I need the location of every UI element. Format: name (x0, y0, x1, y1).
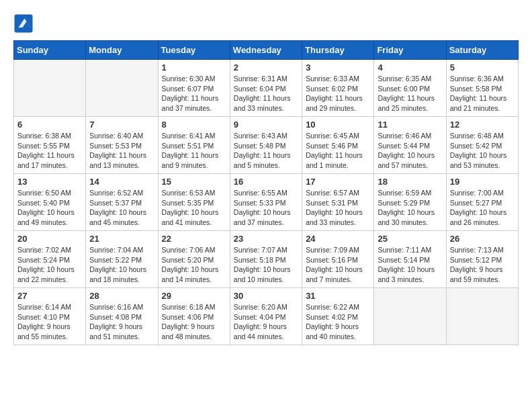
week-row-2: 6Sunrise: 6:38 AM Sunset: 5:55 PM Daylig… (14, 117, 519, 174)
day-cell: 29Sunrise: 6:18 AM Sunset: 4:06 PM Dayli… (158, 288, 230, 345)
day-info: Sunrise: 6:41 AM Sunset: 5:51 PM Dayligh… (162, 131, 226, 171)
day-cell: 2Sunrise: 6:31 AM Sunset: 6:04 PM Daylig… (230, 60, 302, 117)
day-number: 8 (162, 120, 226, 130)
day-info: Sunrise: 6:20 AM Sunset: 4:04 PM Dayligh… (234, 302, 298, 342)
col-header-friday: Friday (374, 41, 446, 60)
day-number: 18 (378, 177, 442, 187)
day-number: 9 (234, 120, 298, 130)
day-info: Sunrise: 6:16 AM Sunset: 4:08 PM Dayligh… (89, 302, 154, 342)
day-info: Sunrise: 7:02 AM Sunset: 5:24 PM Dayligh… (17, 245, 82, 285)
day-number: 27 (17, 291, 82, 301)
day-info: Sunrise: 6:53 AM Sunset: 5:35 PM Dayligh… (162, 188, 226, 228)
day-info: Sunrise: 7:00 AM Sunset: 5:27 PM Dayligh… (450, 188, 515, 228)
day-cell: 31Sunrise: 6:22 AM Sunset: 4:02 PM Dayli… (302, 288, 374, 345)
day-cell: 27Sunrise: 6:14 AM Sunset: 4:10 PM Dayli… (14, 288, 86, 345)
day-cell: 10Sunrise: 6:45 AM Sunset: 5:46 PM Dayli… (302, 117, 374, 174)
day-number: 3 (306, 62, 370, 73)
day-number: 6 (17, 120, 82, 130)
day-number: 25 (378, 234, 442, 244)
day-info: Sunrise: 6:45 AM Sunset: 5:46 PM Dayligh… (306, 131, 370, 171)
day-number: 4 (378, 62, 442, 73)
day-cell: 7Sunrise: 6:40 AM Sunset: 5:53 PM Daylig… (86, 117, 158, 174)
day-cell: 25Sunrise: 7:11 AM Sunset: 5:14 PM Dayli… (374, 231, 446, 288)
day-cell: 9Sunrise: 6:43 AM Sunset: 5:48 PM Daylig… (230, 117, 302, 174)
day-number: 2 (234, 62, 298, 73)
logo-icon (13, 13, 34, 34)
day-info: Sunrise: 6:57 AM Sunset: 5:31 PM Dayligh… (306, 188, 370, 228)
day-cell: 28Sunrise: 6:16 AM Sunset: 4:08 PM Dayli… (86, 288, 158, 345)
day-cell: 8Sunrise: 6:41 AM Sunset: 5:51 PM Daylig… (158, 117, 230, 174)
day-cell: 19Sunrise: 7:00 AM Sunset: 5:27 PM Dayli… (446, 174, 518, 231)
day-number: 24 (306, 234, 370, 244)
day-cell: 24Sunrise: 7:09 AM Sunset: 5:16 PM Dayli… (302, 231, 374, 288)
day-info: Sunrise: 7:09 AM Sunset: 5:16 PM Dayligh… (306, 245, 370, 285)
day-info: Sunrise: 6:22 AM Sunset: 4:02 PM Dayligh… (306, 302, 370, 342)
day-cell: 14Sunrise: 6:52 AM Sunset: 5:37 PM Dayli… (86, 174, 158, 231)
day-info: Sunrise: 6:50 AM Sunset: 5:40 PM Dayligh… (17, 188, 82, 228)
day-info: Sunrise: 7:11 AM Sunset: 5:14 PM Dayligh… (378, 245, 442, 285)
day-number: 16 (234, 177, 298, 187)
day-number: 5 (450, 62, 515, 73)
day-cell: 18Sunrise: 6:59 AM Sunset: 5:29 PM Dayli… (374, 174, 446, 231)
day-info: Sunrise: 6:46 AM Sunset: 5:44 PM Dayligh… (378, 131, 442, 171)
day-number: 7 (89, 120, 154, 130)
day-cell: 5Sunrise: 6:36 AM Sunset: 5:58 PM Daylig… (446, 60, 518, 117)
day-info: Sunrise: 7:13 AM Sunset: 5:12 PM Dayligh… (450, 245, 515, 285)
day-info: Sunrise: 7:06 AM Sunset: 5:20 PM Dayligh… (162, 245, 226, 285)
logo (13, 13, 36, 34)
day-number: 31 (306, 291, 370, 301)
day-cell: 20Sunrise: 7:02 AM Sunset: 5:24 PM Dayli… (14, 231, 86, 288)
day-number: 29 (162, 291, 226, 301)
day-info: Sunrise: 6:31 AM Sunset: 6:04 PM Dayligh… (234, 74, 298, 113)
calendar-table: SundayMondayTuesdayWednesdayThursdayFrid… (13, 40, 519, 345)
day-number: 11 (378, 120, 442, 130)
page-header (13, 13, 519, 34)
day-info: Sunrise: 6:43 AM Sunset: 5:48 PM Dayligh… (234, 131, 298, 171)
week-row-5: 27Sunrise: 6:14 AM Sunset: 4:10 PM Dayli… (14, 288, 519, 345)
day-info: Sunrise: 6:18 AM Sunset: 4:06 PM Dayligh… (162, 302, 226, 342)
header-row: SundayMondayTuesdayWednesdayThursdayFrid… (14, 41, 519, 60)
day-number: 17 (306, 177, 370, 187)
day-number: 13 (17, 177, 82, 187)
day-info: Sunrise: 6:52 AM Sunset: 5:37 PM Dayligh… (89, 188, 154, 228)
day-info: Sunrise: 7:07 AM Sunset: 5:18 PM Dayligh… (234, 245, 298, 285)
day-number: 10 (306, 120, 370, 130)
day-number: 12 (450, 120, 515, 130)
day-number: 30 (234, 291, 298, 301)
week-row-3: 13Sunrise: 6:50 AM Sunset: 5:40 PM Dayli… (14, 174, 519, 231)
day-number: 23 (234, 234, 298, 244)
day-info: Sunrise: 6:40 AM Sunset: 5:53 PM Dayligh… (89, 131, 154, 171)
col-header-wednesday: Wednesday (230, 41, 302, 60)
day-cell (374, 288, 446, 345)
day-number: 19 (450, 177, 515, 187)
day-number: 1 (162, 62, 226, 73)
day-cell: 3Sunrise: 6:33 AM Sunset: 6:02 PM Daylig… (302, 60, 374, 117)
day-number: 15 (162, 177, 226, 187)
day-info: Sunrise: 6:36 AM Sunset: 5:58 PM Dayligh… (450, 74, 515, 113)
day-cell (14, 60, 86, 117)
day-info: Sunrise: 6:33 AM Sunset: 6:02 PM Dayligh… (306, 74, 370, 113)
day-cell: 12Sunrise: 6:48 AM Sunset: 5:42 PM Dayli… (446, 117, 518, 174)
day-info: Sunrise: 7:04 AM Sunset: 5:22 PM Dayligh… (89, 245, 154, 285)
day-cell: 30Sunrise: 6:20 AM Sunset: 4:04 PM Dayli… (230, 288, 302, 345)
col-header-tuesday: Tuesday (158, 41, 230, 60)
day-info: Sunrise: 6:55 AM Sunset: 5:33 PM Dayligh… (234, 188, 298, 228)
day-cell (446, 288, 518, 345)
day-number: 26 (450, 234, 515, 244)
col-header-saturday: Saturday (446, 41, 518, 60)
day-info: Sunrise: 6:30 AM Sunset: 6:07 PM Dayligh… (162, 74, 226, 113)
day-number: 22 (162, 234, 226, 244)
day-info: Sunrise: 6:48 AM Sunset: 5:42 PM Dayligh… (450, 131, 515, 171)
day-number: 21 (89, 234, 154, 244)
day-number: 14 (89, 177, 154, 187)
day-cell (86, 60, 158, 117)
day-cell: 4Sunrise: 6:35 AM Sunset: 6:00 PM Daylig… (374, 60, 446, 117)
day-cell: 1Sunrise: 6:30 AM Sunset: 6:07 PM Daylig… (158, 60, 230, 117)
day-info: Sunrise: 6:38 AM Sunset: 5:55 PM Dayligh… (17, 131, 82, 171)
col-header-monday: Monday (86, 41, 158, 60)
day-cell: 15Sunrise: 6:53 AM Sunset: 5:35 PM Dayli… (158, 174, 230, 231)
day-cell: 21Sunrise: 7:04 AM Sunset: 5:22 PM Dayli… (86, 231, 158, 288)
day-cell: 22Sunrise: 7:06 AM Sunset: 5:20 PM Dayli… (158, 231, 230, 288)
day-info: Sunrise: 6:59 AM Sunset: 5:29 PM Dayligh… (378, 188, 442, 228)
day-number: 20 (17, 234, 82, 244)
